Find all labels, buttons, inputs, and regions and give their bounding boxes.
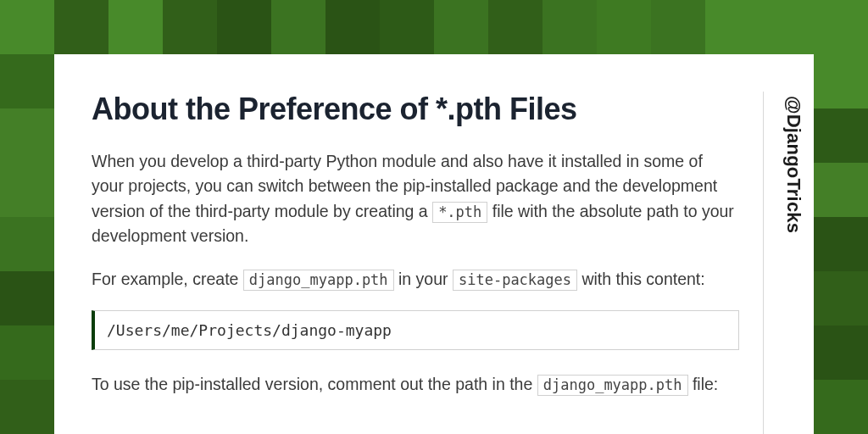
paragraph-1: When you develop a third-party Python mo… [92,149,739,248]
article-title: About the Preference of *.pth Files [92,92,739,127]
paragraph-3: To use the pip-installed version, commen… [92,372,739,397]
paragraph-2: For example, create django_myapp.pth in … [92,267,739,292]
handle-column: @DjangoTricks [763,92,814,434]
text: For example, create [92,270,243,288]
inline-code-sitepackages: site-packages [453,270,577,291]
article-card: About the Preference of *.pth Files When… [54,54,814,434]
text: file: [688,375,719,393]
twitter-handle: @DjangoTricks [782,96,804,233]
code-block: /Users/me/Projects/django-myapp [92,310,739,350]
inline-code-filename: django_myapp.pth [537,375,688,396]
text: with this content: [577,270,705,288]
inline-code-pth: *.pth [432,202,487,223]
text: in your [394,270,453,288]
inline-code-filename: django_myapp.pth [243,270,394,291]
article-content: About the Preference of *.pth Files When… [92,92,763,434]
text: To use the pip-installed version, commen… [92,375,537,393]
